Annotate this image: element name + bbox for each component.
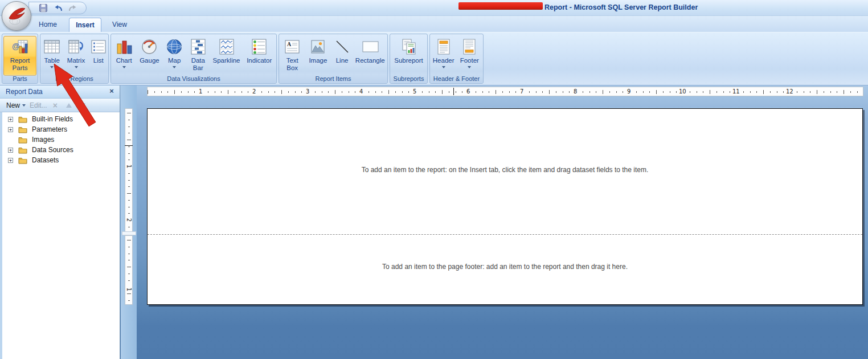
image-button[interactable]: Image: [305, 36, 330, 76]
folder-icon: [18, 126, 27, 133]
text-box-icon: A: [284, 37, 301, 56]
h-ruler-number: 11: [731, 88, 741, 95]
report-data-tree: + Built-in Fields + Parameters Images: [0, 114, 120, 165]
report-parts-button[interactable]: @ Report Parts: [3, 36, 36, 76]
line-button[interactable]: Line: [331, 36, 353, 76]
subreport-icon: [400, 37, 417, 56]
page-footer-divider: [148, 234, 862, 235]
sparkline-label: Sparkline: [213, 57, 240, 64]
move-up-icon[interactable]: [66, 103, 72, 108]
tree-expander-icon[interactable]: +: [8, 127, 13, 132]
tree-item-label: Data Sources: [32, 146, 73, 154]
new-dropdown-arrow-icon[interactable]: [22, 104, 26, 107]
tree-item-data-sources[interactable]: + Data Sources: [0, 145, 120, 155]
tree-item-built-in-fields[interactable]: + Built-in Fields: [0, 114, 120, 124]
map-icon: [166, 37, 183, 56]
h-ruler-number: 3: [305, 88, 310, 95]
h-ruler-number: 6: [465, 88, 471, 95]
chart-button[interactable]: Chart: [112, 36, 136, 76]
list-label: List: [93, 57, 104, 64]
undo-button[interactable]: [53, 3, 63, 13]
footer-label: Footer: [460, 57, 479, 64]
v-ruler-number: 2: [125, 217, 132, 223]
tab-home[interactable]: Home: [33, 18, 63, 32]
vertical-ruler-body: 1 2: [125, 108, 133, 232]
folder-icon: [18, 146, 27, 154]
tree-expander-icon[interactable]: +: [8, 158, 13, 163]
footer-icon: [461, 37, 478, 56]
data-bar-button[interactable]: Data Bar: [187, 36, 210, 76]
tree-item-label: Parameters: [32, 125, 67, 133]
image-label: Image: [309, 57, 327, 64]
h-ruler-number: 1: [198, 88, 203, 95]
list-button[interactable]: List: [89, 36, 108, 76]
indicator-button[interactable]: Indicator: [243, 36, 275, 76]
move-down-icon[interactable]: [80, 103, 85, 108]
new-button-label: New: [6, 101, 20, 109]
new-button[interactable]: New: [5, 100, 27, 111]
tree-item-datasets[interactable]: + Datasets: [0, 155, 120, 165]
redacted-report-name: [458, 2, 543, 10]
header-label: Header: [433, 57, 455, 64]
header-icon: [435, 37, 452, 56]
report-parts-label: Report Parts: [4, 57, 36, 72]
ribbon-group-data-regions: Table Matrix: [40, 34, 109, 84]
image-icon: [309, 37, 326, 56]
header-button[interactable]: Header: [431, 36, 456, 76]
tab-view[interactable]: View: [106, 18, 133, 32]
application-menu-button[interactable]: [2, 1, 31, 31]
tab-insert[interactable]: Insert: [69, 18, 101, 32]
ruler-half-ticks: [127, 113, 131, 230]
report-data-toolbar: New Edit... ×: [0, 99, 120, 112]
footer-dropdown-arrow-icon[interactable]: [468, 66, 471, 68]
table-button[interactable]: Table: [40, 36, 63, 76]
footer-button[interactable]: Footer: [457, 36, 482, 76]
quick-access-toolbar: [28, 2, 87, 14]
h-ruler-number: 9: [626, 88, 632, 95]
h-ruler-number: 7: [519, 88, 525, 95]
table-dropdown-arrow-icon[interactable]: [50, 66, 54, 68]
ribbon-group-subreports: Subreport Subreports: [390, 34, 428, 84]
matrix-button[interactable]: Matrix: [64, 36, 89, 76]
folder-icon: [18, 116, 27, 123]
header-dropdown-arrow-icon[interactable]: [442, 66, 445, 68]
line-label: Line: [336, 57, 349, 64]
map-button[interactable]: Map: [163, 36, 186, 76]
table-label: Table: [44, 57, 60, 64]
group-label-parts: Parts: [2, 75, 38, 83]
redo-button[interactable]: [68, 3, 78, 13]
report-data-panel-header: Report Data ×: [0, 85, 120, 99]
delete-button[interactable]: ×: [50, 101, 61, 110]
vertical-ruler-cursor-mark: [125, 145, 133, 146]
subreport-label: Subreport: [394, 57, 423, 64]
matrix-dropdown-arrow-icon[interactable]: [75, 66, 78, 68]
tree-expander-icon[interactable]: +: [8, 117, 13, 122]
tree-item-images[interactable]: Images: [0, 134, 120, 145]
v-ruler-number: 1: [125, 163, 132, 170]
window-title: Report - Microsoft SQL Server Report Bui…: [544, 3, 698, 11]
page-footer-hint[interactable]: To add an item to the page footer: add a…: [148, 263, 862, 271]
tree-item-label: Images: [32, 136, 54, 144]
tree-item-parameters[interactable]: + Parameters: [0, 124, 120, 134]
edit-button[interactable]: Edit...: [30, 101, 47, 109]
panel-close-icon[interactable]: ×: [107, 87, 116, 96]
rectangle-button[interactable]: Rectangle: [354, 36, 387, 76]
map-dropdown-arrow-icon[interactable]: [173, 66, 176, 68]
svg-text:@: @: [12, 42, 20, 51]
list-icon: [90, 37, 107, 56]
ribbon-group-header-footer: Header Footer Header & Footer: [429, 34, 484, 84]
tree-expander-icon[interactable]: +: [8, 148, 13, 153]
ribbon: @ Report Parts Parts: [0, 32, 868, 85]
text-box-button[interactable]: A Text Box: [280, 36, 305, 76]
sparkline-button[interactable]: Sparkline: [211, 36, 243, 76]
group-label-report-items: Report Items: [279, 75, 387, 83]
gauge-button[interactable]: Gauge: [137, 36, 162, 76]
matrix-icon: [68, 37, 85, 56]
report-body-hint[interactable]: To add an item to the report: on the Ins…: [148, 166, 862, 174]
redo-icon: [68, 3, 77, 13]
chart-label: Chart: [116, 57, 132, 64]
save-button[interactable]: [38, 3, 48, 13]
subreport-button[interactable]: Subreport: [391, 36, 427, 76]
chart-dropdown-arrow-icon[interactable]: [122, 66, 126, 68]
section-splitter-handle[interactable]: [122, 231, 136, 235]
